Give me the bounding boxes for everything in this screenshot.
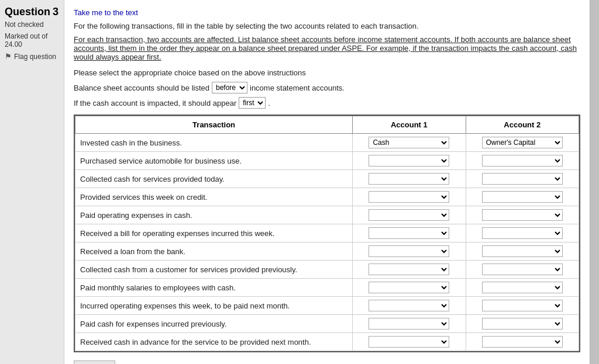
account2-select[interactable]: CashAccounts ReceivablePrepaid ExpensesE…: [482, 227, 563, 239]
account2-select[interactable]: CashAccounts ReceivablePrepaid ExpensesE…: [482, 155, 563, 167]
transaction-cell: Received a loan from the bank.: [75, 242, 353, 261]
account1-cell[interactable]: CashAccounts ReceivablePrepaid ExpensesE…: [353, 170, 466, 188]
account2-cell[interactable]: CashAccounts ReceivablePrepaid ExpensesE…: [466, 152, 579, 170]
transaction-cell: Paid operating expenses in cash.: [75, 206, 353, 224]
account1-select[interactable]: CashAccounts ReceivablePrepaid ExpensesE…: [369, 336, 449, 348]
flag-label: Flag question: [14, 53, 56, 61]
table-row: Purchased service automobile for busines…: [75, 152, 579, 170]
question-label: Question 3: [5, 6, 59, 18]
table-row: Received a bill for operating expenses i…: [75, 224, 579, 242]
account1-cell[interactable]: CashAccounts ReceivablePrepaid ExpensesE…: [353, 279, 466, 297]
account2-cell[interactable]: CashAccounts ReceivablePrepaid ExpensesE…: [466, 297, 579, 315]
account2-cell[interactable]: CashAccounts ReceivablePrepaid ExpensesE…: [466, 188, 579, 206]
account1-select[interactable]: CashAccounts ReceivablePrepaid ExpensesE…: [369, 155, 449, 167]
account2-cell[interactable]: CashAccounts ReceivablePrepaid ExpensesE…: [466, 224, 579, 242]
account2-select[interactable]: CashAccounts ReceivablePrepaid ExpensesE…: [482, 173, 563, 185]
transaction-cell: Paid monthly salaries to employees with …: [75, 279, 353, 297]
transaction-cell: Invested cash in the business.: [75, 134, 353, 152]
transactions-table: Transaction Account 1 Account 2 Invested…: [75, 116, 579, 351]
account1-select[interactable]: CashAccounts ReceivablePrepaid ExpensesE…: [369, 245, 449, 257]
table-row: Paid operating expenses in cash.CashAcco…: [75, 206, 579, 224]
transactions-table-container: Transaction Account 1 Account 2 Invested…: [74, 115, 580, 352]
table-row: Received a loan from the bank.CashAccoun…: [75, 242, 579, 261]
question-number: 3: [53, 6, 58, 18]
account2-select[interactable]: CashAccounts ReceivablePrepaid ExpensesE…: [482, 245, 563, 257]
account1-cell[interactable]: CashAccounts ReceivablePrepaid ExpensesE…: [353, 188, 466, 206]
flag-icon: ⚑: [5, 52, 12, 61]
account1-cell[interactable]: CashAccounts ReceivablePrepaid ExpensesE…: [353, 224, 466, 242]
account2-cell[interactable]: CashAccounts ReceivablePrepaid ExpensesE…: [466, 206, 579, 224]
account1-select[interactable]: CashAccounts ReceivablePrepaid ExpensesE…: [369, 300, 449, 311]
account2-select[interactable]: CashAccounts ReceivablePrepaid ExpensesE…: [482, 300, 563, 311]
account2-cell[interactable]: CashAccounts ReceivablePrepaid ExpensesE…: [466, 134, 579, 152]
flag-question-button[interactable]: ⚑ Flag question: [5, 52, 56, 61]
transaction-cell: Received cash in advance for the service…: [75, 333, 353, 351]
main-content: Take me to the text For the following tr…: [64, 0, 590, 364]
cash-row: If the cash account is impacted, it shou…: [74, 97, 580, 109]
account2-cell[interactable]: CashAccounts ReceivablePrepaid ExpensesE…: [466, 333, 579, 351]
balance-sheet-select[interactable]: before after: [212, 82, 247, 93]
account2-select[interactable]: CashAccounts ReceivablePrepaid ExpensesE…: [482, 282, 563, 293]
take-me-link[interactable]: Take me to the text: [74, 8, 580, 17]
account2-select[interactable]: CashAccounts ReceivablePrepaid ExpensesE…: [482, 318, 563, 330]
table-row: Collected cash for services provided tod…: [75, 170, 579, 188]
col-account1: Account 1: [353, 116, 466, 134]
account1-select[interactable]: CashAccounts ReceivablePrepaid ExpensesE…: [369, 191, 449, 203]
account1-cell[interactable]: CashAccounts ReceivablePrepaid ExpensesE…: [353, 134, 466, 152]
account1-cell[interactable]: CashAccounts ReceivablePrepaid ExpensesE…: [353, 242, 466, 261]
cash-select[interactable]: first last: [239, 97, 266, 109]
account2-select[interactable]: CashAccounts ReceivablePrepaid ExpensesE…: [482, 209, 563, 221]
account2-select[interactable]: CashAccounts ReceivablePrepaid ExpensesE…: [482, 137, 563, 148]
transaction-cell: Provided services this week on credit.: [75, 188, 353, 206]
account1-cell[interactable]: CashAccounts ReceivablePrepaid ExpensesE…: [353, 333, 466, 351]
account2-select[interactable]: CashAccounts ReceivablePrepaid ExpensesE…: [482, 264, 563, 275]
account1-select[interactable]: CashAccounts ReceivablePrepaid ExpensesE…: [369, 137, 449, 148]
transaction-cell: Incurred operating expenses this week, t…: [75, 297, 353, 315]
scrollbar[interactable]: [590, 0, 599, 364]
account1-select[interactable]: CashAccounts ReceivablePrepaid ExpensesE…: [369, 282, 449, 293]
not-checked-label: Not checked: [5, 20, 59, 29]
account1-cell[interactable]: CashAccounts ReceivablePrepaid ExpensesE…: [353, 297, 466, 315]
account1-select[interactable]: CashAccounts ReceivablePrepaid ExpensesE…: [369, 227, 449, 239]
account1-cell[interactable]: CashAccounts ReceivablePrepaid ExpensesE…: [353, 261, 466, 279]
account1-select[interactable]: CashAccounts ReceivablePrepaid ExpensesE…: [369, 264, 449, 275]
instruction1: For the following transactions, fill in …: [74, 22, 580, 30]
please-select-text: Please select the appropriate choice bas…: [74, 68, 580, 77]
table-row: Provided services this week on credit.Ca…: [75, 188, 579, 206]
cash-before: If the cash account is impacted, it shou…: [74, 99, 236, 108]
table-row: Paid monthly salaries to employees with …: [75, 279, 579, 297]
transaction-cell: Purchased service automobile for busines…: [75, 152, 353, 170]
check-button[interactable]: Check: [74, 360, 115, 364]
account1-cell[interactable]: CashAccounts ReceivablePrepaid ExpensesE…: [353, 206, 466, 224]
transaction-cell: Received a bill for operating expenses i…: [75, 224, 353, 242]
balance-sheet-before: Balance sheet accounts should be listed: [74, 84, 209, 92]
account1-select[interactable]: CashAccounts ReceivablePrepaid ExpensesE…: [369, 173, 449, 185]
account2-cell[interactable]: CashAccounts ReceivablePrepaid ExpensesE…: [466, 279, 579, 297]
account1-cell[interactable]: CashAccounts ReceivablePrepaid ExpensesE…: [353, 315, 466, 333]
account2-cell[interactable]: CashAccounts ReceivablePrepaid ExpensesE…: [466, 242, 579, 261]
account2-cell[interactable]: CashAccounts ReceivablePrepaid ExpensesE…: [466, 170, 579, 188]
account1-select[interactable]: CashAccounts ReceivablePrepaid ExpensesE…: [369, 209, 449, 221]
transaction-cell: Paid cash for expenses incurred previous…: [75, 315, 353, 333]
account1-cell[interactable]: CashAccounts ReceivablePrepaid ExpensesE…: [353, 152, 466, 170]
question-word: Question: [5, 6, 50, 18]
marked-out-label: Marked out of 24.00: [5, 32, 59, 48]
account2-cell[interactable]: CashAccounts ReceivablePrepaid ExpensesE…: [466, 315, 579, 333]
instruction2: For each transaction, two accounts are a…: [74, 35, 580, 61]
col-account2: Account 2: [466, 116, 579, 134]
table-row: Collected cash from a customer for servi…: [75, 261, 579, 279]
transaction-cell: Collected cash for services provided tod…: [75, 170, 353, 188]
table-row: Incurred operating expenses this week, t…: [75, 297, 579, 315]
cash-after: .: [268, 99, 270, 108]
table-row: Paid cash for expenses incurred previous…: [75, 315, 579, 333]
account2-select[interactable]: CashAccounts ReceivablePrepaid ExpensesE…: [482, 336, 563, 348]
account2-select[interactable]: CashAccounts ReceivablePrepaid ExpensesE…: [482, 191, 563, 203]
table-row: Received cash in advance for the service…: [75, 333, 579, 351]
table-row: Invested cash in the business.CashAccoun…: [75, 134, 579, 152]
transaction-cell: Collected cash from a customer for servi…: [75, 261, 353, 279]
balance-sheet-after: income statement accounts.: [250, 84, 345, 92]
account1-select[interactable]: CashAccounts ReceivablePrepaid ExpensesE…: [369, 318, 449, 330]
account2-cell[interactable]: CashAccounts ReceivablePrepaid ExpensesE…: [466, 261, 579, 279]
col-transaction: Transaction: [75, 116, 353, 134]
sidebar: Question 3 Not checked Marked out of 24.…: [0, 0, 64, 364]
